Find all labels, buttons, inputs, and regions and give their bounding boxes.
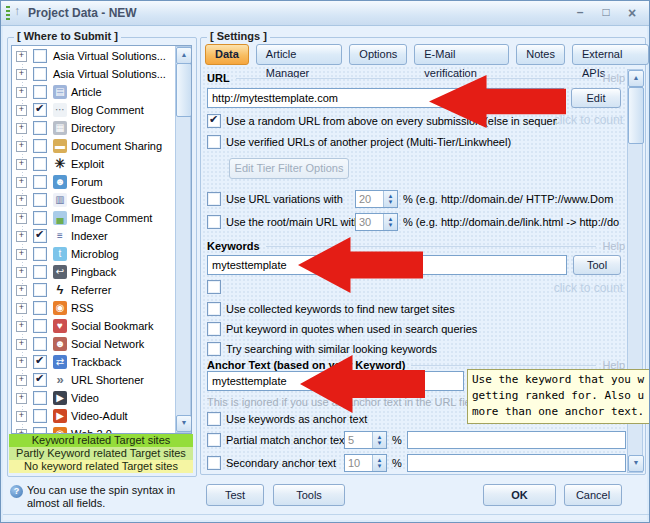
tree-expand-icon[interactable]: + (16, 231, 27, 242)
tree-item-checkbox[interactable] (33, 337, 47, 351)
random-url-checkbox[interactable] (207, 114, 221, 128)
tree-expand-icon[interactable]: + (16, 339, 27, 350)
tree-item[interactable]: +»URL Shortener (12, 371, 174, 389)
url-variations-checkbox[interactable] (207, 192, 221, 206)
tree-item-checkbox[interactable] (33, 211, 47, 225)
tree-item-checkbox[interactable] (33, 319, 47, 333)
tree-scrollbar-thumb[interactable] (176, 63, 192, 117)
tree-item-checkbox[interactable] (33, 67, 47, 81)
keywords-as-anchor-checkbox[interactable] (207, 412, 221, 426)
tree-item[interactable]: +≡Indexer (12, 227, 174, 245)
tools-button[interactable]: Tools (273, 484, 345, 506)
tree-expand-icon[interactable]: + (16, 141, 27, 152)
similar-keywords-checkbox[interactable] (207, 342, 221, 356)
tree-expand-icon[interactable]: + (16, 87, 27, 98)
tree-item[interactable]: +▬Document Sharing (12, 137, 174, 155)
tree-expand-icon[interactable]: + (16, 411, 27, 422)
tree-item[interactable]: +♥Social Bookmark (12, 317, 174, 335)
tree-expand-icon[interactable]: + (16, 159, 27, 170)
tree-item-checkbox[interactable] (33, 373, 47, 387)
maximize-button[interactable]: □ (597, 5, 615, 19)
tree-item[interactable]: +▄Image Comment (12, 209, 174, 227)
tab-article-manager[interactable]: Article Manager (256, 44, 343, 65)
url-click-to-count[interactable]: click to count (554, 113, 623, 127)
tab-data[interactable]: Data (205, 44, 249, 65)
tree-expand-icon[interactable]: + (16, 105, 27, 116)
close-button[interactable]: × (623, 5, 641, 21)
tab-options[interactable]: Options (349, 44, 407, 65)
tree-item-checkbox[interactable] (33, 427, 47, 434)
secondary-anchor-input[interactable] (407, 454, 626, 472)
tree-expand-icon[interactable]: + (16, 375, 27, 386)
title-bar[interactable]: ↑ Project Data - NEW – □ × (1, 1, 649, 26)
cancel-button[interactable]: Cancel (564, 484, 622, 506)
spinner-up-down-icon[interactable]: ▲▼ (372, 455, 386, 471)
tree-expand-icon[interactable]: + (16, 285, 27, 296)
tree-item-checkbox[interactable] (33, 121, 47, 135)
tree-item[interactable]: +◉Web 2.0 (12, 425, 174, 434)
keywords-extra-checkbox[interactable] (207, 280, 221, 294)
tree-item[interactable]: +✳Exploit (12, 155, 174, 173)
tree-expand-icon[interactable]: + (16, 69, 27, 80)
tree-item[interactable]: +◉RSS (12, 299, 174, 317)
tree-item[interactable]: +▶Video (12, 389, 174, 407)
scroll-up-icon[interactable]: ▲ (176, 47, 192, 64)
tree-item-checkbox[interactable] (33, 409, 47, 423)
tree-item[interactable]: +▤Article (12, 83, 174, 101)
tree-item[interactable]: +☻Social Network (12, 335, 174, 353)
tree-item-checkbox[interactable] (33, 355, 47, 369)
tree-item[interactable]: +↩Pingback (12, 263, 174, 281)
root-url-stepper[interactable]: 30 ▲▼ (355, 213, 398, 231)
minimize-button[interactable]: – (571, 5, 589, 19)
tree-expand-icon[interactable]: + (16, 177, 27, 188)
tree-item[interactable]: +Asia Virtual Solutions... (12, 47, 174, 65)
tree-item-checkbox[interactable] (33, 283, 47, 297)
tree-item-checkbox[interactable] (33, 265, 47, 279)
tree-item[interactable]: +⋯Blog Comment (12, 101, 174, 119)
scroll-down-icon[interactable]: ▼ (176, 415, 192, 432)
tree-item-checkbox[interactable] (33, 49, 47, 63)
tree-expand-icon[interactable]: + (16, 357, 27, 368)
tree-expand-icon[interactable]: + (16, 267, 27, 278)
tab-external-apis[interactable]: External APIs (572, 44, 649, 65)
secondary-anchor-stepper[interactable]: 10 ▲▼ (344, 454, 387, 472)
tree-item[interactable]: +ϟReferrer (12, 281, 174, 299)
root-url-checkbox[interactable] (207, 215, 221, 229)
tree-item-checkbox[interactable] (33, 157, 47, 171)
tree-item[interactable]: +▥Guestbook (12, 191, 174, 209)
tree-item-checkbox[interactable] (33, 175, 47, 189)
tree-item[interactable]: +tMicroblog (12, 245, 174, 263)
secondary-anchor-checkbox[interactable] (207, 456, 221, 470)
tree-item[interactable]: +⇄Trackback (12, 353, 174, 371)
tree-expand-icon[interactable]: + (16, 321, 27, 332)
scroll-up-icon[interactable]: ▲ (628, 70, 644, 87)
keyword-quotes-checkbox[interactable] (207, 322, 221, 336)
tree-item-checkbox[interactable] (33, 103, 47, 117)
tree-item-checkbox[interactable] (33, 85, 47, 99)
tree-item-checkbox[interactable] (33, 229, 47, 243)
tree-item[interactable]: +▦Directory (12, 119, 174, 137)
spinner-up-down-icon[interactable]: ▲▼ (372, 432, 386, 448)
spinner-up-down-icon[interactable]: ▲▼ (383, 191, 397, 207)
tree-item-checkbox[interactable] (33, 301, 47, 315)
tab-notes[interactable]: Notes (516, 44, 565, 65)
tree-item-checkbox[interactable] (33, 193, 47, 207)
tree-expand-icon[interactable]: + (16, 249, 27, 260)
tab-e-mail-verification[interactable]: E-Mail verification (414, 44, 509, 65)
tree-expand-icon[interactable]: + (16, 51, 27, 62)
keywords-tool-button[interactable]: Tool (573, 255, 621, 275)
tree-expand-icon[interactable]: + (16, 213, 27, 224)
partial-match-checkbox[interactable] (207, 433, 221, 447)
partial-match-stepper[interactable]: 5 ▲▼ (344, 431, 387, 449)
tree-item[interactable]: +☻Forum (12, 173, 174, 191)
settings-scrollbar-thumb[interactable] (628, 87, 644, 144)
keywords-help-link[interactable]: Help (602, 240, 625, 252)
tree-item[interactable]: +Asia Virtual Solutions... (12, 65, 174, 83)
tree-expand-icon[interactable]: + (16, 393, 27, 404)
collected-keywords-checkbox[interactable] (207, 302, 221, 316)
tree-item-checkbox[interactable] (33, 247, 47, 261)
verified-urls-checkbox[interactable] (207, 135, 221, 149)
tree-expand-icon[interactable]: + (16, 195, 27, 206)
tree-expand-icon[interactable]: + (16, 303, 27, 314)
tree-expand-icon[interactable]: + (16, 123, 27, 134)
